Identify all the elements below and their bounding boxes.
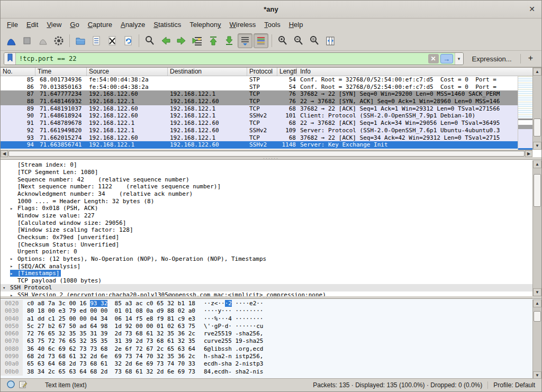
packet-row[interactable]: 88 71.648146932 192.168.122.1 192.168.12… [1,98,518,105]
menu-item[interactable]: Help [285,20,308,30]
detail-line[interactable]: TCP payload (1080 bytes) [1,277,541,285]
hex-row[interactable]: 0080 36 40 6c 69 62 73 73 68 2e 6f 72 67… [1,345,541,353]
find-packet-button[interactable] [142,33,157,48]
detail-line[interactable]: Urgent pointer: 0 [1,248,541,256]
intelligent-scrollbar-minimap[interactable] [518,76,532,150]
status-profile[interactable]: Profile: Default [493,381,541,389]
go-first-packet-button[interactable] [206,33,221,48]
go-last-packet-button[interactable] [222,33,237,48]
detail-line[interactable]: [Stream index: 0] [1,161,541,169]
filter-bookmark-button[interactable] [4,53,16,65]
title-bar[interactable]: *any ✕ [1,1,541,19]
go-back-button[interactable] [158,33,173,48]
scroll-right-icon[interactable]: ▶ [525,150,532,157]
packet-row[interactable]: 94 71.663856741 192.168.122.1 192.168.12… [1,141,518,149]
detail-line[interactable]: ▾SSH Protocol [1,284,541,291]
scroll-left-icon[interactable]: ◀ [1,150,8,157]
packet-row[interactable]: 85 68.001734936 fe:54:00:d4:38:2a STP 54… [1,76,518,84]
hex-row[interactable]: 0050 5c 27 b2 67 50 ad 64 98 1d 92 00 00… [1,323,541,330]
scroll-down-icon[interactable]: ▼ [533,142,541,150]
menu-item[interactable]: Analyze [116,20,149,30]
packet-row[interactable]: 86 70.013850163 fe:54:00:d4:38:2a STP 54… [1,84,518,91]
detail-line[interactable]: 1000 .... = Header Length: 32 bytes (8) [1,197,541,205]
hex-row[interactable]: 00a0 65 63 64 68 2d 73 68 61 32 2d 6e 69… [1,360,541,368]
go-forward-button[interactable] [174,33,189,48]
scrollbar-thumb[interactable] [534,118,541,136]
close-file-button[interactable] [105,33,120,48]
restart-capture-button[interactable] [35,33,50,48]
auto-scroll-toggle[interactable] [238,33,252,48]
hex-row[interactable]: 0020 c0 a8 7a 3c 00 16 93 32 85 a3 ac c0… [1,300,541,307]
zoom-out-button[interactable] [291,33,306,48]
column-header-time[interactable]: Time [35,68,87,76]
hex-row[interactable]: 0030 80 18 00 e3 79 ed 00 00 01 01 08 0a… [1,307,541,315]
scroll-up-icon[interactable]: ▲ [533,299,541,307]
detail-line[interactable]: Sequence number: 42 (relative sequence n… [1,176,541,183]
packet-row[interactable]: 89 71.648191037 192.168.122.60 192.168.1… [1,105,518,113]
expand-arrow-icon[interactable]: ▸ [10,263,17,269]
resize-columns-button[interactable] [323,33,338,48]
start-capture-button[interactable] [4,33,19,48]
reload-file-button[interactable] [121,33,136,48]
column-header-source[interactable]: Source [87,68,168,76]
menu-item[interactable]: Edit [22,20,42,30]
filter-apply-button[interactable]: → [440,54,453,63]
display-filter-input[interactable] [16,53,428,65]
filter-history-caret[interactable]: ▾ [455,53,463,65]
packet-row[interactable]: 93 71.662015274 192.168.122.60 192.168.1… [1,134,518,142]
menu-item[interactable]: Capture [84,20,116,30]
expression-button[interactable]: Expression... [468,53,516,65]
detail-line[interactable]: [Calculated window size: 29056] [1,219,541,226]
expand-arrow-icon[interactable]: ▾ [3,285,10,290]
menu-item[interactable]: Statistics [149,20,185,30]
expert-info-icon[interactable] [7,380,15,390]
hex-row[interactable]: 0070 63 75 72 76 65 32 35 35 31 39 2d 73… [1,338,541,345]
menu-item[interactable]: Tools [260,20,284,30]
capture-options-button[interactable] [51,33,66,48]
expand-arrow-icon[interactable]: ▸ [10,206,17,211]
zoom-normal-button[interactable] [307,33,322,48]
packet-row[interactable]: 90 71.648618924 192.168.122.60 192.168.1… [1,112,518,120]
display-filter-field[interactable]: ✕ → ▾ [4,52,464,65]
detail-line[interactable]: [Window size scaling factor: 128] [1,226,541,234]
packet-row[interactable]: 92 71.661949820 192.168.122.1 192.168.12… [1,127,518,134]
packet-row[interactable]: 87 71.647777234 192.168.122.60 192.168.1… [1,90,518,98]
hex-row[interactable]: 0040 a1 dd c1 25 00 00 04 34 06 14 f5 e8… [1,315,541,323]
bytes-vscrollbar[interactable]: ▲ ▼ [532,299,541,379]
stop-capture-button[interactable] [20,33,34,48]
scroll-down-icon[interactable]: ▼ [533,288,541,296]
menu-item[interactable]: File [3,20,22,30]
detail-line[interactable]: ▸Flags: 0x018 (PSH, ACK) [1,205,541,212]
open-file-button[interactable] [73,33,88,48]
filter-clear-button[interactable]: ✕ [428,54,439,63]
close-window-icon[interactable]: ✕ [529,5,535,13]
detail-line[interactable]: Checksum: 0x79ed [unverified] [1,234,541,241]
detail-line[interactable]: ▸[SEQ/ACK analysis] [1,262,541,270]
scroll-up-icon[interactable]: ▲ [533,160,541,168]
scrollbar-thumb[interactable] [534,174,541,207]
details-vscrollbar[interactable]: ▲ ▼ [532,160,541,296]
column-header-length[interactable]: Length [277,68,297,76]
add-filter-button[interactable]: + [525,53,538,64]
hex-row[interactable]: 00b0 38 34 2c 65 63 64 68 2d 73 68 61 32… [1,368,541,376]
detail-line[interactable]: [Checksum Status: Unverified] [1,241,541,248]
column-header-destination[interactable]: Destination [168,68,247,76]
packet-list-vscrollbar[interactable]: ▲ ▼ [532,68,541,150]
expand-arrow-icon[interactable]: ▸ [10,293,17,296]
detail-line[interactable]: Window size value: 227 [1,212,541,220]
expand-arrow-icon[interactable]: ▸ [10,271,17,276]
menu-item[interactable]: Telephony [185,20,225,30]
detail-line[interactable]: [TCP Segment Len: 1080] [1,169,541,176]
menu-item[interactable]: Go [66,20,83,30]
hex-row[interactable]: 0060 72 76 65 32 35 35 31 39 2d 73 68 61… [1,330,541,338]
save-file-button[interactable] [89,33,104,48]
column-header-no[interactable]: No. [1,68,35,76]
menu-item[interactable]: Wireless [225,20,260,30]
expand-arrow-icon[interactable]: ▸ [10,256,17,261]
scrollbar-thumb[interactable] [534,311,541,322]
colorize-toggle[interactable] [254,33,268,48]
detail-line[interactable]: Acknowledgment number: 34 (relative ack … [1,190,541,198]
column-header-protocol[interactable]: Protocol [247,68,277,76]
detail-line[interactable]: [Next sequence number: 1122 (relative se… [1,183,541,190]
detail-line[interactable]: ▸[Timestamps] [1,270,541,277]
